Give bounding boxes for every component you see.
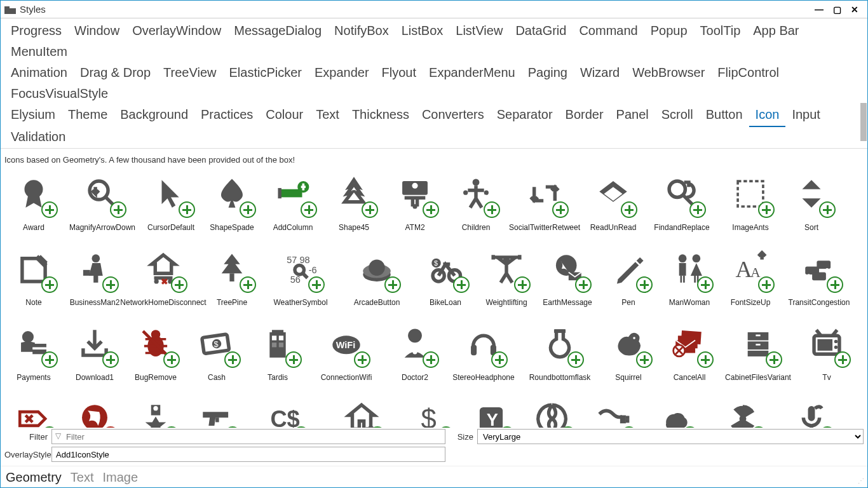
icon-item-addcolumn[interactable]: AddColumn <box>262 167 323 241</box>
tab-icon[interactable]: Icon <box>749 105 786 127</box>
tab-flipcontrol[interactable]: FlipControl <box>711 63 785 84</box>
tab-tooltip[interactable]: ToolTip <box>694 21 747 42</box>
tab-webbrowser[interactable]: WebBrowser <box>626 63 711 84</box>
tab-elysium[interactable]: Elysium <box>4 105 62 127</box>
icon-item-roundbottomflask[interactable]: Roundbottomflask <box>522 317 598 391</box>
icon-item-businessman2[interactable]: BusinessMan2 <box>64 242 125 316</box>
icon-item-earthdelete[interactable]: EarthDelete <box>64 392 125 428</box>
icon-item-download1[interactable]: Download1 <box>64 317 125 391</box>
tab-notifybox[interactable]: NotifyBox <box>328 21 395 42</box>
icon-item-nicaraguancordoba[interactable]: C$NicaraguanCordoba <box>247 392 323 428</box>
icon-item-shapespade[interactable]: ShapeSpade <box>201 167 262 241</box>
icon-item-toxinsradioactive[interactable]: ToxinsRadioactive <box>705 392 781 428</box>
icon-item-tv[interactable]: Tv <box>796 317 857 391</box>
tab-converters[interactable]: Converters <box>416 105 491 127</box>
scrollbar-thumb[interactable] <box>860 103 867 141</box>
icon-item-networkhomedisconnect[interactable]: NetworkHomeDisconnect <box>125 242 201 316</box>
tab-colour[interactable]: Colour <box>259 105 309 127</box>
tab-thickness[interactable]: Thickness <box>346 105 416 127</box>
icon-item-plugin[interactable]: PlugIn <box>583 392 644 428</box>
tab-input[interactable]: Input <box>785 105 826 127</box>
tab-elasticpicker[interactable]: ElasticPicker <box>222 63 308 84</box>
icon-item-bikeloan[interactable]: $BikeLoan <box>415 242 476 316</box>
icon-item-connectionwifi[interactable]: WiFiConnectionWifi <box>308 317 384 391</box>
icon-item-award[interactable]: Award <box>3 167 64 241</box>
bottom-tab-text[interactable]: Text <box>71 470 94 485</box>
icon-item-scrabbley[interactable]: YScrabbleY <box>461 392 522 428</box>
tab-messagedialog[interactable]: MessageDialog <box>227 21 328 42</box>
icon-item-cabinetfilesvariant[interactable]: CabinetFilesVariant <box>720 317 796 391</box>
icon-item-arcadebutton[interactable]: ArcadeButton <box>339 242 415 316</box>
tab-window[interactable]: Window <box>68 21 126 42</box>
icon-item-readunread[interactable]: ReadUnRead <box>583 167 644 241</box>
bottom-tab-geometry[interactable]: Geometry <box>6 470 62 485</box>
close-button[interactable]: ✕ <box>846 1 864 18</box>
tab-treeview[interactable]: TreeView <box>157 63 222 84</box>
tab-popup[interactable]: Popup <box>644 21 694 42</box>
tab-border[interactable]: Border <box>559 105 610 127</box>
icon-item-mic1[interactable]: Mic1 <box>781 392 842 428</box>
tab-scroll[interactable]: Scroll <box>655 105 700 127</box>
icon-item-socialtwitterretweet[interactable]: SocialTwitterRetweet <box>506 167 583 241</box>
tab-animation[interactable]: Animation <box>4 63 74 84</box>
maximize-button[interactable]: ▢ <box>828 1 846 18</box>
icon-item-stereoheadphone[interactable]: StereoHeadphone <box>445 317 522 391</box>
tab-app-bar[interactable]: App Bar <box>747 21 805 42</box>
tab-wizard[interactable]: Wizard <box>574 63 626 84</box>
icon-item-cancelall[interactable]: CancelAll <box>659 317 720 391</box>
icon-item-manwoman[interactable]: ManWoman <box>659 242 720 316</box>
tab-theme[interactable]: Theme <box>62 105 114 127</box>
icon-item-weightlifting[interactable]: Weightlifting <box>476 242 537 316</box>
icon-item-doctor2[interactable]: Doctor2 <box>384 317 445 391</box>
icon-item-note[interactable]: Note <box>3 242 64 316</box>
tab-overlaywindow[interactable]: OverlayWindow <box>126 21 227 42</box>
icon-item-gun[interactable]: Gun <box>186 392 247 428</box>
icon-item-earthmessage[interactable]: EarthMessage <box>537 242 598 316</box>
icon-item-squirrel[interactable]: Squirrel <box>598 317 659 391</box>
icon-item-militarymedal[interactable]: MilitaryMedal <box>125 392 186 428</box>
size-select[interactable]: VeryLarge <box>477 429 864 444</box>
tab-paging[interactable]: Paging <box>522 63 574 84</box>
tab-background[interactable]: Background <box>114 105 194 127</box>
tab-expandermenu[interactable]: ExpanderMenu <box>423 63 522 84</box>
icon-item-imageants[interactable]: ImageAnts <box>720 167 781 241</box>
resize-grip[interactable]: ⋰ <box>858 478 865 485</box>
tab-expander[interactable]: Expander <box>308 63 376 84</box>
tab-button[interactable]: Button <box>700 105 749 127</box>
tab-menuitem[interactable]: MenuItem <box>4 42 74 63</box>
icon-item-bugremove[interactable]: BugRemove <box>125 317 186 391</box>
tab-listview[interactable]: ListView <box>449 21 509 42</box>
tab-command[interactable]: Command <box>573 21 644 42</box>
icon-item-shape41[interactable]: Shape41 <box>522 392 583 428</box>
icon-item-weathersymbol[interactable]: 57 98-656WeatherSymbol <box>262 242 339 316</box>
overlaystyle-input[interactable] <box>51 447 445 462</box>
bottom-tab-image[interactable]: Image <box>103 470 139 485</box>
icon-item-pen[interactable]: Pen <box>598 242 659 316</box>
icon-item-transitcongestion[interactable]: TransitCongestion <box>781 242 857 316</box>
tab-validation[interactable]: Validation <box>4 127 72 148</box>
tab-text[interactable]: Text <box>309 105 346 127</box>
tab-flyout[interactable]: Flyout <box>376 63 423 84</box>
icon-item-sort[interactable]: Sort <box>781 167 842 241</box>
icon-item-cash[interactable]: $Cash <box>186 317 247 391</box>
icon-item-children[interactable]: Children <box>445 167 506 241</box>
minimize-button[interactable]: — <box>810 1 828 18</box>
filter-input[interactable] <box>51 429 445 444</box>
tab-listbox[interactable]: ListBox <box>395 21 450 42</box>
icon-item-findandreplace[interactable]: FindandReplace <box>644 167 720 241</box>
icon-item-atm2[interactable]: ATM2 <box>384 167 445 241</box>
icon-item-treepine[interactable]: TreePine <box>201 242 262 316</box>
icon-item-amount[interactable]: $Amount <box>400 392 461 428</box>
icon-item-payments[interactable]: Payments <box>3 317 64 391</box>
icon-item-fontsizeup[interactable]: AAFontSizeUp <box>720 242 781 316</box>
titlebar[interactable]: Styles — ▢ ✕ <box>1 1 867 18</box>
icon-item-magnifyarrowdown[interactable]: MagnifyArrowDown <box>64 167 140 241</box>
icon-item-mobileme[interactable]: MobileMe <box>644 392 705 428</box>
icon-item-clear[interactable]: Clear <box>3 392 64 428</box>
tab-datagrid[interactable]: DataGrid <box>509 21 573 42</box>
icon-item-shape45[interactable]: Shape45 <box>323 167 384 241</box>
icon-item-tardis[interactable]: Tardis <box>247 317 308 391</box>
tab-drag-drop[interactable]: Drag & Drop <box>74 63 157 84</box>
icon-item-cursordefault[interactable]: CursorDefault <box>140 167 201 241</box>
tab-practices[interactable]: Practices <box>194 105 259 127</box>
